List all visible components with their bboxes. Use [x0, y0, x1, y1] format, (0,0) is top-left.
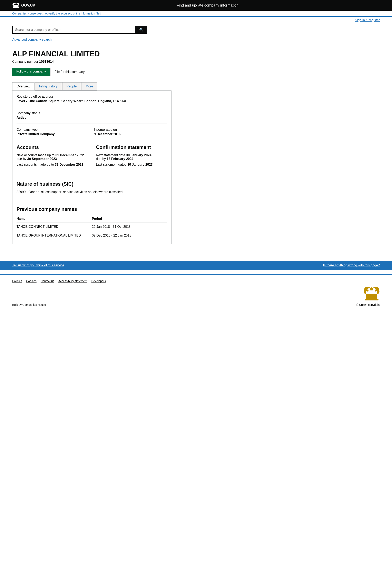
- footer-link[interactable]: Contact us: [41, 279, 54, 283]
- search-section: 🔍: [0, 24, 392, 38]
- search-button[interactable]: 🔍: [136, 26, 147, 34]
- incorporated-value: 9 December 2016: [94, 132, 167, 136]
- company-status-label: Company status: [17, 111, 167, 115]
- header-title: Find and update company information: [177, 3, 238, 8]
- prev-names-col2-header: Period: [92, 215, 167, 222]
- main-content: ALP FINANCIAL LIMITED Company number 105…: [0, 46, 184, 248]
- accounts-next-date: 31 December 2022: [55, 153, 84, 157]
- registered-address-section: Registered office address Level 7 One Ca…: [17, 95, 167, 107]
- search-input[interactable]: [12, 26, 136, 34]
- confirmation-heading: Confirmation statement: [96, 144, 167, 150]
- footer-link[interactable]: Policies: [12, 279, 22, 283]
- site-header: GOV.UK Find and update company informati…: [0, 0, 392, 11]
- confirmation-next-date: 30 January 2024: [126, 153, 152, 157]
- sic-heading: Nature of business (SIC): [17, 181, 167, 187]
- confirmation-due-label: due by: [96, 157, 106, 161]
- sic-code: 82990 - Other business support service a…: [17, 190, 167, 194]
- crown-logo-icon: [12, 2, 20, 9]
- accounts-last-text: Last accounts made up to 31 December 202…: [17, 163, 88, 167]
- prev-period-value: 09 Dec 2016 - 22 Jan 2018: [92, 231, 167, 240]
- tab-people[interactable]: People: [62, 82, 81, 91]
- accounts-last-label: Last accounts made up to: [17, 163, 54, 166]
- company-status-section: Company status Active: [17, 111, 167, 124]
- search-icon: 🔍: [139, 28, 143, 31]
- confirmation-block: Confirmation statement Next statement da…: [96, 144, 167, 168]
- company-number-row: Company number 10518614: [12, 60, 171, 64]
- accounts-heading: Accounts: [17, 144, 88, 150]
- accounts-due-label: due by: [17, 157, 26, 161]
- tab-overview[interactable]: Overview: [12, 82, 35, 91]
- confirmation-last-block: Last statement dated 30 January 2023: [96, 163, 167, 167]
- registered-address-value: Level 7 One Canada Square, Canary Wharf,…: [17, 99, 167, 103]
- wrong-page-link[interactable]: Is there anything wrong with this page?: [323, 264, 380, 267]
- tell-us-link[interactable]: Tell us what you think of this service: [12, 264, 64, 267]
- footer-links: PoliciesCookiesContact usAccessibility s…: [12, 279, 380, 283]
- svg-rect-1: [13, 7, 19, 8]
- tab-more[interactable]: More: [81, 82, 97, 91]
- prev-name-value: TAHOE CONNECT LIMITED: [17, 222, 92, 231]
- confirmation-next-label: Next statement date: [96, 153, 125, 157]
- advanced-search-section: Advanced company search: [0, 38, 392, 46]
- svg-rect-0: [13, 5, 18, 8]
- footer-link[interactable]: Cookies: [26, 279, 37, 283]
- accounts-due-date: 30 September 2023: [27, 157, 57, 161]
- company-status-value: Active: [17, 116, 167, 120]
- accounts-confirmation-section: Accounts Next accounts made up to 31 Dec…: [17, 144, 167, 173]
- previous-names-section: Previous company names Name Period TAHOE…: [17, 202, 167, 240]
- company-tabs: Overview Filing history People More: [12, 82, 171, 91]
- company-info-card: Registered office address Level 7 One Ca…: [12, 91, 171, 244]
- follow-company-button[interactable]: Follow this company: [12, 68, 50, 76]
- table-row: TAHOE GROUP INTERNATIONAL LIMITED09 Dec …: [17, 231, 167, 240]
- crown-copyright-text: © Crown copyright: [356, 303, 380, 306]
- accounts-last-date: 31 December 2021: [55, 163, 84, 166]
- built-by-link[interactable]: Companies House: [23, 303, 46, 306]
- accuracy-banner: Companies House does not verify the accu…: [0, 11, 392, 17]
- prev-name-value: TAHOE GROUP INTERNATIONAL LIMITED: [17, 231, 92, 240]
- action-buttons: Follow this company File for this compan…: [12, 68, 171, 76]
- accounts-next-label: Next accounts made up to: [17, 153, 54, 157]
- site-footer: PoliciesCookiesContact usAccessibility s…: [0, 274, 392, 311]
- sic-section: Nature of business (SIC) 82990 - Other b…: [17, 177, 167, 198]
- built-by: Built by Companies House: [12, 303, 46, 306]
- company-number-label: Company number: [12, 60, 38, 63]
- confirmation-last-text: Last statement dated 30 January 2023: [96, 163, 167, 167]
- footer-link[interactable]: Developers: [91, 279, 106, 283]
- accounts-next-text: Next accounts made up to 31 December 202…: [17, 153, 88, 161]
- feedback-bar: Tell us what you think of this service I…: [0, 261, 392, 270]
- confirmation-next-block: Next statement date 30 January 2024 due …: [96, 153, 167, 161]
- prev-period-value: 22 Jan 2018 - 31 Oct 2018: [92, 222, 167, 231]
- prev-names-table: Name Period TAHOE CONNECT LIMITED22 Jan …: [17, 215, 167, 240]
- advanced-search-link[interactable]: Advanced company search: [12, 38, 52, 41]
- confirmation-last-date: 30 January 2023: [127, 163, 153, 166]
- gov-uk-logo[interactable]: GOV.UK: [12, 2, 35, 9]
- footer-crown-icon: [363, 285, 380, 302]
- table-row: TAHOE CONNECT LIMITED22 Jan 2018 - 31 Oc…: [17, 222, 167, 231]
- signin-bar: Sign in / Register: [0, 17, 392, 24]
- tab-filing-history[interactable]: Filing history: [35, 82, 62, 91]
- accounts-block: Accounts Next accounts made up to 31 Dec…: [17, 144, 88, 168]
- prev-names-heading: Previous company names: [17, 206, 167, 212]
- accounts-next-block: Next accounts made up to 31 December 202…: [17, 153, 88, 161]
- built-by-prefix: Built by: [12, 303, 22, 306]
- footer-link[interactable]: Accessibility statement: [58, 279, 87, 283]
- accounts-last-block: Last accounts made up to 31 December 202…: [17, 163, 88, 167]
- search-wrapper: 🔍: [12, 26, 147, 34]
- confirmation-due-date: 13 February 2024: [107, 157, 134, 161]
- company-type-label: Company type: [17, 128, 90, 132]
- signin-register-link[interactable]: Sign in / Register: [355, 18, 380, 22]
- confirmation-last-label: Last statement dated: [96, 163, 126, 166]
- company-type-block: Company type Private limited Company: [17, 128, 90, 136]
- accuracy-notice-link[interactable]: Companies House does not verify the accu…: [12, 12, 101, 15]
- company-number-value: 10518614: [39, 60, 54, 63]
- confirmation-next-text: Next statement date 30 January 2024 due …: [96, 153, 167, 161]
- svg-point-7: [375, 290, 377, 292]
- incorporated-label: Incorporated on: [94, 128, 167, 132]
- incorporated-block: Incorporated on 9 December 2016: [94, 128, 167, 136]
- prev-names-col1-header: Name: [17, 215, 92, 222]
- file-company-button[interactable]: File for this company: [50, 68, 89, 76]
- footer-bottom: Built by Companies House © Crown copyrig…: [12, 285, 380, 306]
- company-type-value: Private limited Company: [17, 132, 90, 136]
- crown-copyright-block: © Crown copyright: [356, 285, 380, 306]
- svg-rect-4: [365, 299, 378, 300]
- company-type-incorporated-section: Company type Private limited Company Inc…: [17, 128, 167, 140]
